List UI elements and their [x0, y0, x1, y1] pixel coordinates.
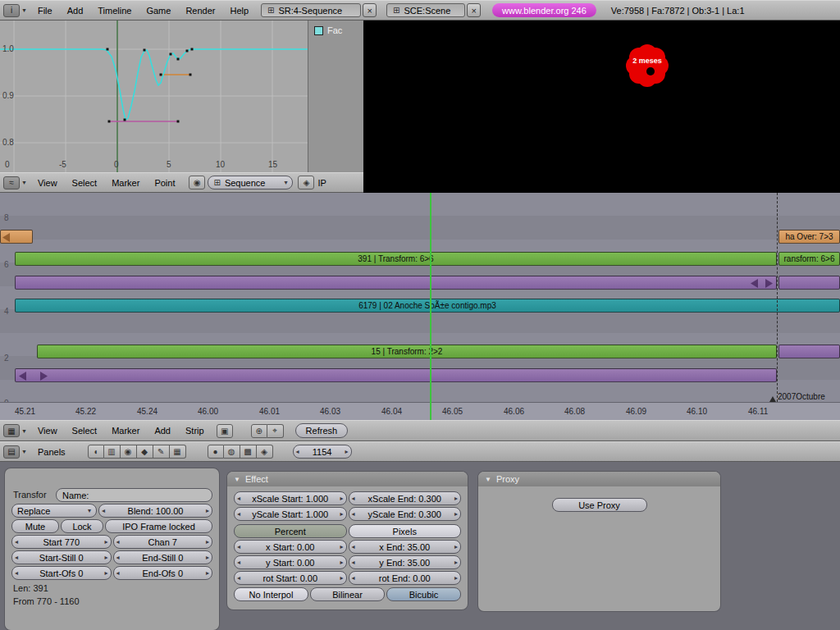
refresh-button[interactable]: Refresh — [295, 423, 349, 438]
channel-color-swatch[interactable] — [314, 26, 323, 35]
start-frame-field[interactable]: Start 770 — [11, 535, 112, 549]
strip-purple-top-right-fragment[interactable] — [778, 276, 840, 290]
strip-purple-bottom-right-fragment[interactable] — [778, 345, 840, 358]
current-frame-field[interactable]: 1154 — [293, 445, 352, 459]
menu-select[interactable]: Select — [65, 426, 105, 436]
menu-view[interactable]: View — [30, 426, 65, 436]
editor-type-selector[interactable]: ▤ ▼ — [3, 445, 27, 459]
menu-add[interactable]: Add — [60, 6, 91, 16]
ipo-pin-icon[interactable]: ◈ — [298, 176, 314, 189]
editor-type-selector[interactable]: ▦ ▼ — [3, 424, 27, 437]
end-still-field[interactable]: End-Still 0 — [113, 550, 213, 564]
context-buttons: ◖ ▥ ◉ ◆ ✎ ▦ — [88, 445, 186, 459]
menu-panels[interactable]: Panels — [30, 447, 73, 457]
strip-purple-top[interactable] — [15, 276, 777, 290]
ipo-type-dropdown[interactable]: ⊞ Sequence — [208, 176, 293, 189]
menu-point[interactable]: Point — [147, 178, 182, 188]
ipo-curve-editor[interactable]: 1.0 0.9 0.8 0 -5 0 5 10 15 Fac — [0, 21, 363, 172]
strip-purple-bottom[interactable] — [15, 368, 777, 382]
playhead[interactable] — [430, 193, 431, 420]
xscale-end-field[interactable]: xScale End: 0.300 — [349, 491, 462, 505]
pixels-toggle[interactable]: Pixels — [349, 524, 462, 538]
version-badge: www.blender.org 246 — [492, 3, 596, 17]
strip-transform-2-2[interactable]: 15 | Transform: 2>2 — [37, 345, 777, 358]
rot-end-field[interactable]: rot End: 0.00 — [349, 571, 462, 585]
strip-handle-right-icon[interactable] — [765, 279, 773, 288]
rot-start-field[interactable]: rot Start: 0.00 — [234, 571, 347, 585]
y-end-field[interactable]: y End: 35.00 — [349, 555, 462, 569]
scene-context-icon[interactable]: ▦ — [170, 445, 186, 459]
texture-subcontext-icon[interactable]: ▩ — [240, 445, 257, 459]
ipo-view-icon[interactable]: ◉ — [189, 176, 205, 189]
yscale-start-field[interactable]: yScale Start: 1.000 — [234, 507, 347, 521]
strip-name-field[interactable]: Name: — [56, 488, 212, 502]
translate-view-icon[interactable]: ⌖ — [267, 424, 284, 438]
strip-orange-left-fragment[interactable] — [0, 230, 33, 244]
strip-alpha-over-right[interactable]: ha Over: 7>3 — [778, 230, 840, 244]
start-still-field[interactable]: Start-Still 0 — [11, 550, 112, 564]
strip-transform-6-6[interactable]: 391 | Transform: 6>6 — [15, 252, 777, 266]
x-axis-label: 0 — [114, 160, 119, 169]
menu-add[interactable]: Add — [147, 426, 178, 436]
strip-transform-6-6-right-fragment[interactable]: ransform: 6>6 — [778, 252, 840, 266]
menu-timeline[interactable]: Timeline — [90, 6, 139, 16]
menu-marker[interactable]: Marker — [104, 426, 147, 436]
menu-select[interactable]: Select — [65, 178, 105, 188]
use-proxy-button[interactable]: Use Proxy — [552, 498, 647, 512]
script-context-icon[interactable]: ▥ — [104, 445, 121, 459]
menu-file[interactable]: File — [30, 6, 60, 16]
x-start-field[interactable]: x Start: 0.00 — [234, 540, 347, 554]
menu-marker[interactable]: Marker — [104, 178, 147, 188]
ipo-frame-locked-toggle[interactable]: IPO Frame locked — [105, 519, 212, 533]
percent-toggle[interactable]: Percent — [234, 524, 347, 538]
screen-selector[interactable]: ⊞ SR:4-Sequence — [261, 3, 361, 17]
menu-render[interactable]: Render — [178, 6, 222, 16]
menu-game[interactable]: Game — [139, 6, 178, 16]
shading-context-icon[interactable]: ◉ — [121, 445, 137, 459]
channel-fac[interactable]: Fac — [308, 21, 363, 35]
strip-handle-left-icon[interactable] — [19, 372, 26, 381]
strip-handle-right-icon[interactable] — [40, 372, 48, 381]
x-end-field[interactable]: x End: 35.00 — [349, 540, 462, 554]
lamp-subcontext-icon[interactable]: ● — [208, 445, 224, 459]
ruler-tick: 46.03 — [320, 407, 340, 416]
menu-help[interactable]: Help — [222, 6, 256, 16]
start-ofs-field[interactable]: Start-Ofs 0 — [11, 566, 112, 580]
object-context-icon[interactable]: ◆ — [137, 445, 153, 459]
scene-close-icon[interactable]: × — [467, 3, 481, 17]
channel-field[interactable]: Chan 7 — [113, 535, 213, 549]
yscale-end-field[interactable]: yScale End: 0.300 — [349, 507, 462, 521]
blend-value-field[interactable]: Blend: 100.00 — [98, 504, 212, 518]
timeline-marker-icon[interactable] — [769, 396, 776, 402]
screen-close-icon[interactable]: × — [363, 3, 377, 17]
logic-context-icon[interactable]: ◖ — [88, 445, 104, 459]
strip-handle-left-icon[interactable] — [2, 233, 10, 242]
y-start-field[interactable]: y Start: 0.00 — [234, 555, 347, 569]
video-preview[interactable]: 2 meses — [363, 21, 840, 193]
xscale-start-field[interactable]: xScale Start: 1.000 — [234, 491, 347, 505]
x-axis-label: 15 — [268, 160, 277, 169]
sequencer-timeline[interactable]: 8 6 4 2 0 ha Over: 7>3 391 | Transform: … — [0, 193, 840, 420]
menu-strip[interactable]: Strip — [178, 426, 212, 436]
strip-audio-mp3[interactable]: 6179 | 02 Anoche SoÃ±e contigo.mp3 — [15, 299, 840, 313]
mute-toggle[interactable]: Mute — [11, 519, 59, 533]
editor-type-selector[interactable]: ≈ ▼ — [3, 176, 27, 189]
menu-view[interactable]: View — [30, 178, 65, 188]
proxy-panel-header[interactable]: ▼ Proxy — [478, 472, 720, 486]
scene-selector[interactable]: ⊞ SCE:Scene — [386, 3, 465, 17]
end-ofs-field[interactable]: End-Ofs 0 — [113, 566, 213, 580]
window-type-selector[interactable]: i ▼ — [3, 4, 27, 17]
bicubic-toggle[interactable]: Bicubic — [386, 587, 461, 601]
world-subcontext-icon[interactable]: ◈ — [257, 445, 273, 459]
effect-panel-header[interactable]: ▼ Effect — [227, 472, 468, 486]
no-interpol-toggle[interactable]: No Interpol — [234, 587, 308, 601]
zoom-border-icon[interactable]: ⊕ — [251, 424, 267, 438]
display-mode-icon[interactable]: ▣ — [217, 424, 233, 438]
timeline-ruler[interactable]: 45.21 45.22 45.24 46.00 46.01 46.03 46.0… — [0, 402, 840, 420]
lock-toggle[interactable]: Lock — [61, 519, 103, 533]
strip-handle-left-icon[interactable] — [751, 279, 758, 288]
blend-mode-dropdown[interactable]: Replace — [11, 504, 97, 518]
bilinear-toggle[interactable]: Bilinear — [310, 587, 385, 601]
editing-context-icon[interactable]: ✎ — [153, 445, 170, 459]
material-subcontext-icon[interactable]: ◍ — [224, 445, 240, 459]
